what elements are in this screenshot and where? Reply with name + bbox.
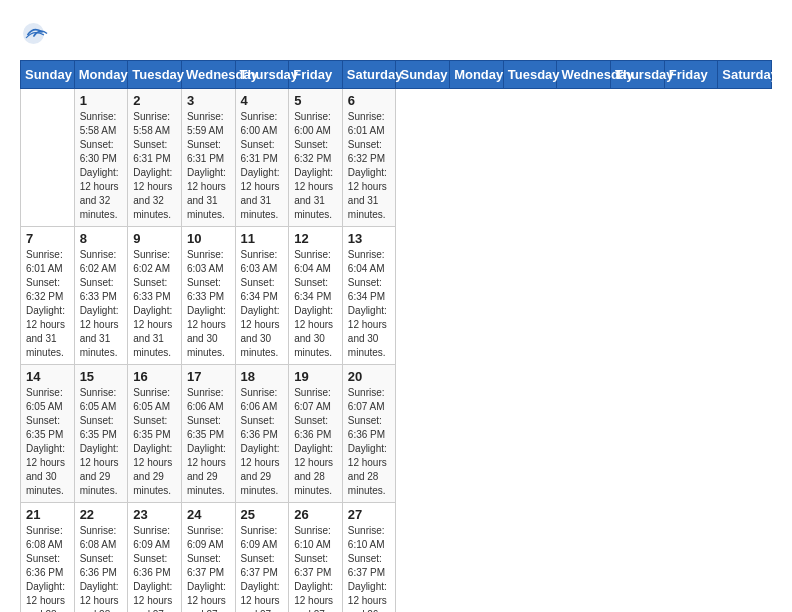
day-info: Sunrise: 6:02 AMSunset: 6:33 PMDaylight:…	[133, 248, 176, 360]
day-number: 7	[26, 231, 69, 246]
day-number: 27	[348, 507, 391, 522]
day-info: Sunrise: 5:58 AMSunset: 6:31 PMDaylight:…	[133, 110, 176, 222]
header-friday: Friday	[664, 61, 718, 89]
day-number: 14	[26, 369, 69, 384]
calendar-cell: 24Sunrise: 6:09 AMSunset: 6:37 PMDayligh…	[181, 503, 235, 613]
calendar-cell: 7Sunrise: 6:01 AMSunset: 6:32 PMDaylight…	[21, 227, 75, 365]
day-info: Sunrise: 6:00 AMSunset: 6:32 PMDaylight:…	[294, 110, 337, 222]
day-info: Sunrise: 6:03 AMSunset: 6:34 PMDaylight:…	[241, 248, 284, 360]
day-number: 21	[26, 507, 69, 522]
week-row-3: 14Sunrise: 6:05 AMSunset: 6:35 PMDayligh…	[21, 365, 772, 503]
day-number: 6	[348, 93, 391, 108]
header-monday: Monday	[74, 61, 128, 89]
calendar-cell: 16Sunrise: 6:05 AMSunset: 6:35 PMDayligh…	[128, 365, 182, 503]
day-info: Sunrise: 6:05 AMSunset: 6:35 PMDaylight:…	[26, 386, 69, 498]
calendar-cell: 17Sunrise: 6:06 AMSunset: 6:35 PMDayligh…	[181, 365, 235, 503]
week-row-1: 1Sunrise: 5:58 AMSunset: 6:30 PMDaylight…	[21, 89, 772, 227]
calendar-header-row: SundayMondayTuesdayWednesdayThursdayFrid…	[21, 61, 772, 89]
day-info: Sunrise: 6:09 AMSunset: 6:37 PMDaylight:…	[241, 524, 284, 612]
day-number: 12	[294, 231, 337, 246]
day-info: Sunrise: 6:04 AMSunset: 6:34 PMDaylight:…	[294, 248, 337, 360]
calendar-cell: 18Sunrise: 6:06 AMSunset: 6:36 PMDayligh…	[235, 365, 289, 503]
day-info: Sunrise: 6:01 AMSunset: 6:32 PMDaylight:…	[26, 248, 69, 360]
day-number: 16	[133, 369, 176, 384]
calendar-table: SundayMondayTuesdayWednesdayThursdayFrid…	[20, 60, 772, 612]
day-number: 13	[348, 231, 391, 246]
header-sunday: Sunday	[396, 61, 450, 89]
header-saturday: Saturday	[718, 61, 772, 89]
calendar-cell: 1Sunrise: 5:58 AMSunset: 6:30 PMDaylight…	[74, 89, 128, 227]
calendar-cell: 2Sunrise: 5:58 AMSunset: 6:31 PMDaylight…	[128, 89, 182, 227]
logo	[20, 20, 54, 50]
calendar-cell: 23Sunrise: 6:09 AMSunset: 6:36 PMDayligh…	[128, 503, 182, 613]
day-number: 2	[133, 93, 176, 108]
day-info: Sunrise: 6:09 AMSunset: 6:37 PMDaylight:…	[187, 524, 230, 612]
header-thursday: Thursday	[235, 61, 289, 89]
day-number: 5	[294, 93, 337, 108]
day-info: Sunrise: 6:06 AMSunset: 6:35 PMDaylight:…	[187, 386, 230, 498]
day-info: Sunrise: 5:59 AMSunset: 6:31 PMDaylight:…	[187, 110, 230, 222]
day-number: 1	[80, 93, 123, 108]
day-info: Sunrise: 6:05 AMSunset: 6:35 PMDaylight:…	[80, 386, 123, 498]
day-info: Sunrise: 6:07 AMSunset: 6:36 PMDaylight:…	[348, 386, 391, 498]
day-info: Sunrise: 6:07 AMSunset: 6:36 PMDaylight:…	[294, 386, 337, 498]
header-thursday: Thursday	[611, 61, 665, 89]
logo-icon	[20, 20, 50, 50]
day-number: 3	[187, 93, 230, 108]
calendar-cell: 11Sunrise: 6:03 AMSunset: 6:34 PMDayligh…	[235, 227, 289, 365]
day-number: 24	[187, 507, 230, 522]
day-info: Sunrise: 6:01 AMSunset: 6:32 PMDaylight:…	[348, 110, 391, 222]
page-header	[20, 20, 772, 50]
calendar-cell: 22Sunrise: 6:08 AMSunset: 6:36 PMDayligh…	[74, 503, 128, 613]
header-saturday: Saturday	[342, 61, 396, 89]
day-number: 22	[80, 507, 123, 522]
day-info: Sunrise: 6:03 AMSunset: 6:33 PMDaylight:…	[187, 248, 230, 360]
header-sunday: Sunday	[21, 61, 75, 89]
header-tuesday: Tuesday	[128, 61, 182, 89]
header-wednesday: Wednesday	[557, 61, 611, 89]
day-number: 9	[133, 231, 176, 246]
calendar-cell: 12Sunrise: 6:04 AMSunset: 6:34 PMDayligh…	[289, 227, 343, 365]
day-info: Sunrise: 6:09 AMSunset: 6:36 PMDaylight:…	[133, 524, 176, 612]
calendar-cell	[21, 89, 75, 227]
day-number: 15	[80, 369, 123, 384]
header-friday: Friday	[289, 61, 343, 89]
calendar-cell: 6Sunrise: 6:01 AMSunset: 6:32 PMDaylight…	[342, 89, 396, 227]
header-monday: Monday	[450, 61, 504, 89]
day-info: Sunrise: 6:05 AMSunset: 6:35 PMDaylight:…	[133, 386, 176, 498]
calendar-cell: 9Sunrise: 6:02 AMSunset: 6:33 PMDaylight…	[128, 227, 182, 365]
calendar-cell: 26Sunrise: 6:10 AMSunset: 6:37 PMDayligh…	[289, 503, 343, 613]
calendar-cell: 3Sunrise: 5:59 AMSunset: 6:31 PMDaylight…	[181, 89, 235, 227]
day-number: 10	[187, 231, 230, 246]
calendar-cell: 20Sunrise: 6:07 AMSunset: 6:36 PMDayligh…	[342, 365, 396, 503]
calendar-cell: 19Sunrise: 6:07 AMSunset: 6:36 PMDayligh…	[289, 365, 343, 503]
day-info: Sunrise: 6:10 AMSunset: 6:37 PMDaylight:…	[348, 524, 391, 612]
day-number: 25	[241, 507, 284, 522]
day-number: 17	[187, 369, 230, 384]
day-info: Sunrise: 6:00 AMSunset: 6:31 PMDaylight:…	[241, 110, 284, 222]
header-wednesday: Wednesday	[181, 61, 235, 89]
day-info: Sunrise: 5:58 AMSunset: 6:30 PMDaylight:…	[80, 110, 123, 222]
week-row-2: 7Sunrise: 6:01 AMSunset: 6:32 PMDaylight…	[21, 227, 772, 365]
day-number: 8	[80, 231, 123, 246]
calendar-cell: 13Sunrise: 6:04 AMSunset: 6:34 PMDayligh…	[342, 227, 396, 365]
day-info: Sunrise: 6:08 AMSunset: 6:36 PMDaylight:…	[80, 524, 123, 612]
calendar-cell: 4Sunrise: 6:00 AMSunset: 6:31 PMDaylight…	[235, 89, 289, 227]
day-info: Sunrise: 6:06 AMSunset: 6:36 PMDaylight:…	[241, 386, 284, 498]
calendar-cell: 15Sunrise: 6:05 AMSunset: 6:35 PMDayligh…	[74, 365, 128, 503]
week-row-4: 21Sunrise: 6:08 AMSunset: 6:36 PMDayligh…	[21, 503, 772, 613]
day-number: 20	[348, 369, 391, 384]
calendar-cell: 5Sunrise: 6:00 AMSunset: 6:32 PMDaylight…	[289, 89, 343, 227]
day-number: 18	[241, 369, 284, 384]
day-number: 23	[133, 507, 176, 522]
day-number: 4	[241, 93, 284, 108]
header-tuesday: Tuesday	[503, 61, 557, 89]
day-number: 11	[241, 231, 284, 246]
calendar-cell: 25Sunrise: 6:09 AMSunset: 6:37 PMDayligh…	[235, 503, 289, 613]
day-info: Sunrise: 6:02 AMSunset: 6:33 PMDaylight:…	[80, 248, 123, 360]
day-info: Sunrise: 6:08 AMSunset: 6:36 PMDaylight:…	[26, 524, 69, 612]
calendar-cell: 27Sunrise: 6:10 AMSunset: 6:37 PMDayligh…	[342, 503, 396, 613]
day-info: Sunrise: 6:04 AMSunset: 6:34 PMDaylight:…	[348, 248, 391, 360]
day-info: Sunrise: 6:10 AMSunset: 6:37 PMDaylight:…	[294, 524, 337, 612]
calendar-cell: 10Sunrise: 6:03 AMSunset: 6:33 PMDayligh…	[181, 227, 235, 365]
